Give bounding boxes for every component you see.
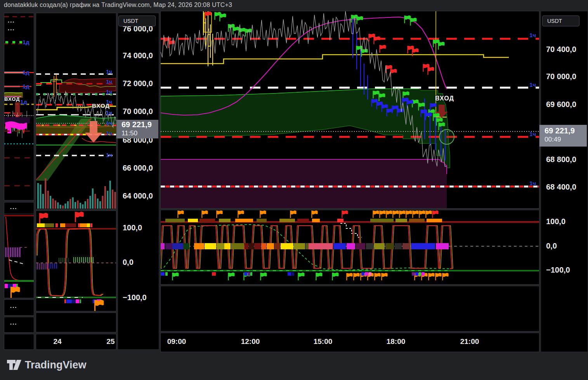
right-currency-button[interactable]: USDT bbox=[542, 16, 579, 26]
heatmap-segment bbox=[347, 243, 355, 249]
oscillator-tick: 0,0 bbox=[123, 258, 134, 267]
mini-hourly-time-axis[interactable] bbox=[36, 334, 116, 350]
timeframe-badge-1h: 1ч bbox=[529, 32, 536, 38]
timeframe-badge-1h: 1ч bbox=[106, 152, 112, 158]
mini-hourly-price-pane[interactable] bbox=[36, 13, 116, 209]
flag-icon-o bbox=[290, 211, 296, 218]
daily-strip-collapsed-pane-2[interactable] bbox=[4, 299, 34, 316]
heatmap-segment bbox=[337, 219, 343, 222]
flag-icon-o bbox=[428, 273, 434, 280]
entry-marker-label: ВХОД bbox=[435, 95, 454, 102]
heatmap-segment bbox=[305, 243, 309, 249]
oscillator-tick: 0,0 bbox=[546, 242, 557, 250]
timeframe-badge-1d: 1д bbox=[23, 83, 29, 90]
heatmap-segment bbox=[161, 272, 165, 276]
time-tick: 21:00 bbox=[460, 337, 479, 346]
flag-icon-o bbox=[95, 300, 104, 311]
flag-icon-o bbox=[399, 211, 405, 218]
flag-icon-o bbox=[393, 211, 399, 218]
heatmap-segment bbox=[219, 219, 231, 222]
currency-label: USDT bbox=[123, 18, 138, 24]
entry-marker-label: ВХОД bbox=[4, 96, 20, 102]
heatmap-segment bbox=[312, 219, 320, 222]
volume-bar bbox=[64, 204, 66, 209]
collapsed-indicator[interactable]: ... bbox=[10, 321, 17, 324]
flag-icon-o bbox=[202, 211, 208, 218]
price-tick: 70 000,0 bbox=[123, 107, 153, 116]
flag-icon-r bbox=[380, 45, 386, 53]
flag-icon-o bbox=[406, 211, 412, 218]
flag-icon-g bbox=[361, 49, 368, 57]
flag-icon-g bbox=[228, 273, 234, 280]
volume-bar bbox=[97, 199, 99, 209]
flag-icon-r bbox=[374, 36, 380, 44]
daily-strip-oscillator-plot bbox=[4, 214, 34, 298]
heatmap-segment bbox=[212, 272, 216, 276]
flag-icon-o bbox=[419, 211, 425, 218]
heatmap-segment bbox=[395, 219, 407, 222]
heatmap-segment bbox=[370, 219, 394, 222]
tradingview-brand[interactable]: TradingView bbox=[25, 359, 87, 371]
volume-bar bbox=[107, 191, 108, 209]
heatmap-segment bbox=[412, 272, 415, 276]
heatmap-segment bbox=[165, 243, 172, 249]
timeframe-badge-1h: 1ч bbox=[106, 110, 112, 116]
collapsed-indicator[interactable]: ... bbox=[8, 19, 15, 22]
main-oscillator-pane[interactable] bbox=[160, 210, 539, 285]
main-price-pane[interactable] bbox=[160, 11, 539, 209]
volume-bar bbox=[60, 205, 61, 209]
volume-bar bbox=[57, 202, 59, 209]
volume-bar bbox=[62, 206, 64, 209]
heatmap-segment bbox=[366, 243, 374, 249]
daily-strip-collapsed-pane-3[interactable] bbox=[4, 317, 34, 333]
price-tick: 72 000,0 bbox=[123, 79, 153, 88]
mini-hourly-oscillator-pane[interactable] bbox=[36, 211, 116, 311]
volume-bar bbox=[87, 199, 88, 209]
heatmap-segment bbox=[274, 243, 280, 249]
heatmap-segment bbox=[224, 243, 231, 249]
heatmap-segment bbox=[427, 219, 442, 222]
last-price-tag: 69 221,9 11:50 bbox=[116, 120, 158, 138]
mini-hourly-empty-pane[interactable] bbox=[36, 313, 116, 332]
heatmap-segment bbox=[294, 243, 305, 249]
daily-strip-price-pane[interactable] bbox=[4, 13, 34, 200]
daily-strip-collapsed-pane-1[interactable] bbox=[4, 202, 34, 214]
heatmap-segment bbox=[402, 243, 410, 249]
daily-strip-time-axis[interactable] bbox=[4, 334, 34, 350]
heatmap-segment bbox=[411, 243, 435, 249]
flag-icon-o bbox=[375, 273, 380, 280]
collapsed-indicator[interactable]: ... bbox=[10, 206, 17, 208]
tradingview-logo-icon[interactable] bbox=[7, 360, 23, 371]
last-price-countdown: 11:50 bbox=[121, 129, 158, 137]
flag-icon-o bbox=[354, 273, 359, 280]
heatmap-segment bbox=[244, 272, 247, 276]
collapsed-indicator[interactable]: ... bbox=[8, 27, 15, 29]
right-price-scale[interactable] bbox=[541, 11, 588, 352]
flag-icon-o bbox=[386, 211, 392, 218]
volume-bar bbox=[50, 196, 51, 209]
price-tick: 68 400,0 bbox=[546, 183, 576, 192]
volume-bar bbox=[89, 196, 91, 209]
daily-strip-oscillator-pane[interactable] bbox=[4, 214, 34, 298]
flag-icon-r bbox=[342, 211, 348, 218]
last-price-value: 69 221,9 bbox=[545, 126, 587, 135]
main-empty-pane[interactable] bbox=[160, 286, 539, 332]
last-price-countdown: 00:49 bbox=[545, 135, 587, 143]
collapsed-indicator[interactable]: ... bbox=[10, 305, 17, 307]
volume-bar bbox=[77, 200, 78, 209]
heatmap-segment bbox=[297, 219, 309, 222]
left-currency-button[interactable]: USDT bbox=[118, 16, 156, 26]
last-price-value: 69 221,9 bbox=[121, 120, 158, 129]
heatmap-segment bbox=[248, 272, 250, 276]
heatmap-segment bbox=[419, 272, 421, 276]
heatmap-segment bbox=[199, 219, 215, 222]
timeframe-badge-1d: 1д bbox=[23, 69, 29, 76]
main-time-axis[interactable] bbox=[160, 333, 539, 352]
heatmap-segment bbox=[415, 272, 418, 276]
volume-bar bbox=[82, 204, 83, 209]
volume-bar bbox=[67, 201, 69, 209]
heatmap-segment bbox=[250, 272, 252, 276]
oscillator-tick: 100,0 bbox=[546, 217, 565, 226]
volume-bar bbox=[47, 191, 49, 209]
flag-icon-g bbox=[172, 273, 179, 280]
